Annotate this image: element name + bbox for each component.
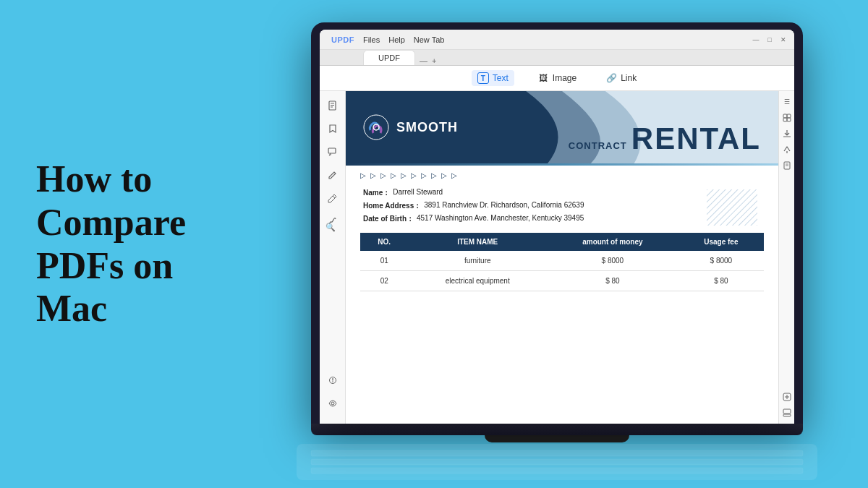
svg-line-5 xyxy=(333,196,335,198)
col-no: NO. xyxy=(360,233,408,251)
sidebar-icon-comment[interactable] xyxy=(324,143,341,160)
dob-value: 4517 Washington Ave. Manchester, Kentuck… xyxy=(417,214,584,224)
laptop-wrapper: UPDF Files Help New Tab — □ ✕ UPDF — + xyxy=(246,8,868,480)
active-tab[interactable]: UPDF xyxy=(363,50,415,65)
arrow-1: ▷ xyxy=(360,171,366,179)
sidebar-icon-bottom-1[interactable] xyxy=(324,372,341,389)
text-label: Text xyxy=(493,73,509,83)
laptop-stand xyxy=(485,435,629,442)
arrow-10: ▷ xyxy=(451,171,457,179)
sr-icon-3[interactable] xyxy=(782,129,792,139)
arrow-9: ▷ xyxy=(441,171,447,179)
row2-item: electrical equipment xyxy=(408,271,547,291)
svg-rect-16 xyxy=(787,114,791,118)
svg-point-8 xyxy=(332,381,333,382)
text-icon: T xyxy=(477,72,489,84)
arrow-4: ▷ xyxy=(391,171,396,179)
sidebar-left xyxy=(320,91,346,424)
sidebar-icon-edit[interactable] xyxy=(324,166,341,184)
svg-point-9 xyxy=(331,402,334,405)
image-icon: 🖼 xyxy=(537,72,549,84)
row1-fee: $ 8000 xyxy=(678,251,764,271)
name-label: Name： xyxy=(363,188,390,198)
row2-amount: $ 80 xyxy=(547,271,678,291)
sr-icon-4[interactable] xyxy=(782,145,792,155)
hatch-area xyxy=(703,188,761,227)
logo-svg xyxy=(363,114,389,140)
minimize-button[interactable]: — xyxy=(751,35,761,45)
link-icon: 🔗 xyxy=(605,72,617,84)
window-chrome: UPDF Files Help New Tab — □ ✕ xyxy=(320,30,794,50)
toolbar: 🔍 T Text 🖼 Image 🔗 Link xyxy=(320,66,794,91)
svg-rect-25 xyxy=(783,414,791,416)
table-row: 01 furniture $ 8000 $ 8000 xyxy=(360,251,764,271)
table-header-row: NO. ITEM NAME amount of money Usage fee xyxy=(360,233,764,251)
table-row: 02 electrical equipment $ 80 $ 80 xyxy=(360,271,764,291)
hatch-svg xyxy=(707,189,757,226)
close-button[interactable]: ✕ xyxy=(778,35,788,45)
arrow-7: ▷ xyxy=(421,171,427,179)
tab-plus-btn[interactable]: + xyxy=(432,56,436,65)
toolbar-left-search: 🔍 xyxy=(326,222,336,231)
sidebar-icon-page[interactable] xyxy=(324,97,341,114)
menu-help[interactable]: Help xyxy=(388,35,405,44)
maximize-button[interactable]: □ xyxy=(765,35,775,45)
sr-icon-7[interactable] xyxy=(782,408,792,418)
logo-text: SMOOTH xyxy=(396,120,458,135)
arrow-6: ▷ xyxy=(411,171,417,179)
page-headline: How to Compare PDFs on Mac xyxy=(36,158,210,330)
toolbar-image-btn[interactable]: 🖼 Image xyxy=(532,70,582,86)
row1-no: 01 xyxy=(360,251,408,271)
keyboard-svg xyxy=(304,448,810,476)
col-fee: Usage fee xyxy=(678,233,764,251)
toolbar-link-btn[interactable]: 🔗 Link xyxy=(600,70,642,86)
app-logo: UPDF xyxy=(331,35,354,44)
svg-rect-29 xyxy=(311,468,803,474)
sr-icon-1[interactable]: ☰ xyxy=(782,97,792,107)
sidebar-icon-bottom-2[interactable] xyxy=(324,395,341,412)
menu-bar: UPDF Files Help New Tab xyxy=(326,35,450,44)
address-value: 3891 Ranchview Dr. Richardson, Californi… xyxy=(424,201,584,211)
arrow-2: ▷ xyxy=(370,171,376,179)
svg-rect-14 xyxy=(707,189,757,226)
svg-rect-18 xyxy=(787,118,791,121)
address-row: Home Address： 3891 Ranchview Dr. Richard… xyxy=(363,201,692,211)
toolbar-text-btn[interactable]: T Text xyxy=(472,70,514,86)
arrow-8: ▷ xyxy=(431,171,437,179)
sidebar-icon-pen[interactable] xyxy=(324,189,341,207)
svg-rect-27 xyxy=(311,450,803,456)
col-item: ITEM NAME xyxy=(408,233,547,251)
laptop-body: UPDF Files Help New Tab — □ ✕ UPDF — + xyxy=(311,22,803,424)
sr-icon-2[interactable] xyxy=(782,113,792,123)
sidebar-icon-bookmark[interactable] xyxy=(324,120,341,137)
dob-row: Date of Birth： 4517 Washington Ave. Manc… xyxy=(363,214,692,224)
info-section: Name： Darrell Steward Home Address： 3891… xyxy=(346,185,778,233)
tab-new[interactable]: New Tab xyxy=(414,35,445,44)
arrow-5: ▷ xyxy=(401,171,407,179)
contract-title: CONTRACT RENTAL xyxy=(569,121,761,156)
svg-rect-26 xyxy=(783,409,791,414)
sr-icon-5[interactable] xyxy=(782,160,792,171)
screen: UPDF Files Help New Tab — □ ✕ UPDF — + xyxy=(320,30,794,424)
window-controls: — □ ✕ xyxy=(751,35,788,45)
name-row: Name： Darrell Steward xyxy=(363,188,692,198)
left-text-area: How to Compare PDFs on Mac xyxy=(0,129,246,359)
pdf-viewer: SMOOTH CONTRACT RENTAL ▷ ▷ xyxy=(320,91,794,424)
contract-header: SMOOTH CONTRACT RENTAL xyxy=(346,91,778,163)
row2-no: 02 xyxy=(360,271,408,291)
name-value: Darrell Steward xyxy=(393,188,443,198)
arrow-3: ▷ xyxy=(380,171,386,179)
row1-amount: $ 8000 xyxy=(547,251,678,271)
menu-files[interactable]: Files xyxy=(363,35,380,44)
svg-rect-15 xyxy=(783,114,787,118)
tab-minus-btn[interactable]: — xyxy=(420,56,427,65)
contract-table: NO. ITEM NAME amount of money Usage fee … xyxy=(360,233,764,291)
dob-label: Date of Birth： xyxy=(363,214,414,224)
sr-icon-6[interactable] xyxy=(782,392,792,402)
row1-item: furniture xyxy=(408,251,547,271)
svg-rect-17 xyxy=(783,118,787,121)
link-label: Link xyxy=(621,73,637,83)
contract-big-text: RENTAL xyxy=(631,121,761,156)
image-label: Image xyxy=(553,73,576,83)
info-left: Name： Darrell Steward Home Address： 3891… xyxy=(363,188,692,227)
